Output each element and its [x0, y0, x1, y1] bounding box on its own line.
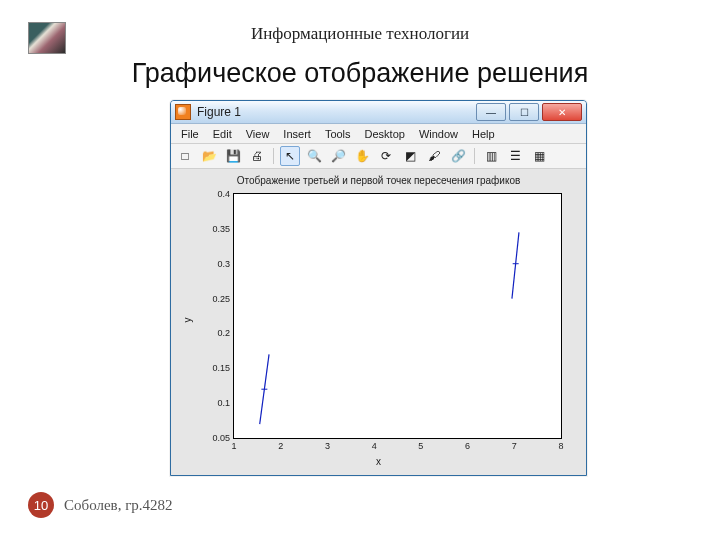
brush-icon[interactable]: 🖌: [424, 146, 444, 166]
x-tick: 8: [558, 441, 563, 451]
chart-title: Отображение третьей и первой точек перес…: [177, 175, 580, 186]
menu-tools[interactable]: Tools: [319, 127, 357, 141]
slide-footer: Соболев, гр.4282: [64, 497, 173, 514]
titlebar[interactable]: Figure 1 — ☐ ✕: [171, 101, 586, 124]
y-tick: 0.4: [217, 189, 230, 199]
y-tick: 0.35: [212, 224, 230, 234]
menu-desktop[interactable]: Desktop: [359, 127, 411, 141]
y-tick: 0.1: [217, 398, 230, 408]
x-tick: 1: [231, 441, 236, 451]
save-icon[interactable]: 💾: [223, 146, 243, 166]
new-icon[interactable]: □: [175, 146, 195, 166]
zoom-out-icon[interactable]: 🔎: [328, 146, 348, 166]
colorbar-icon[interactable]: ▥: [481, 146, 501, 166]
plot-svg: [234, 194, 561, 438]
link-icon[interactable]: 🔗: [448, 146, 468, 166]
rotate-icon[interactable]: ⟳: [376, 146, 396, 166]
y-tick: 0.3: [217, 259, 230, 269]
plot-area: Отображение третьей и первой точек перес…: [177, 171, 580, 469]
toolbar[interactable]: □📂💾🖨↖🔍🔎✋⟳◩🖌🔗▥☰▦: [171, 144, 586, 169]
maximize-button[interactable]: ☐: [509, 103, 539, 121]
matlab-icon: [175, 104, 191, 120]
x-tick: 6: [465, 441, 470, 451]
figure-window: Figure 1 — ☐ ✕ FileEditViewInsertToolsDe…: [170, 100, 587, 476]
x-tick: 5: [418, 441, 423, 451]
slide-title: Графическое отображение решения: [0, 58, 720, 89]
y-tick: 0.2: [217, 328, 230, 338]
x-axis-label: x: [177, 456, 580, 467]
menu-edit[interactable]: Edit: [207, 127, 238, 141]
page-number-badge: 10: [28, 492, 54, 518]
menu-window[interactable]: Window: [413, 127, 464, 141]
menu-file[interactable]: File: [175, 127, 205, 141]
menu-view[interactable]: View: [240, 127, 276, 141]
legend-icon[interactable]: ☰: [505, 146, 525, 166]
slide-header: Информационные технологии: [0, 24, 720, 44]
x-tick: 3: [325, 441, 330, 451]
x-tick: 2: [278, 441, 283, 451]
arrow-icon[interactable]: ↖: [280, 146, 300, 166]
y-axis-label: y: [182, 318, 193, 323]
zoom-in-icon[interactable]: 🔍: [304, 146, 324, 166]
close-button[interactable]: ✕: [542, 103, 582, 121]
axes: 0.050.10.150.20.250.30.350.412345678: [233, 193, 562, 439]
window-title: Figure 1: [197, 105, 476, 119]
toggle-icon[interactable]: ▦: [529, 146, 549, 166]
menu-help[interactable]: Help: [466, 127, 501, 141]
x-tick: 4: [372, 441, 377, 451]
print-icon[interactable]: 🖨: [247, 146, 267, 166]
open-icon[interactable]: 📂: [199, 146, 219, 166]
datacursor-icon[interactable]: ◩: [400, 146, 420, 166]
y-tick: 0.15: [212, 363, 230, 373]
y-tick: 0.25: [212, 294, 230, 304]
menu-insert[interactable]: Insert: [277, 127, 317, 141]
y-tick: 0.05: [212, 433, 230, 443]
pan-icon[interactable]: ✋: [352, 146, 372, 166]
x-tick: 7: [512, 441, 517, 451]
minimize-button[interactable]: —: [476, 103, 506, 121]
menubar[interactable]: FileEditViewInsertToolsDesktopWindowHelp: [171, 124, 586, 144]
